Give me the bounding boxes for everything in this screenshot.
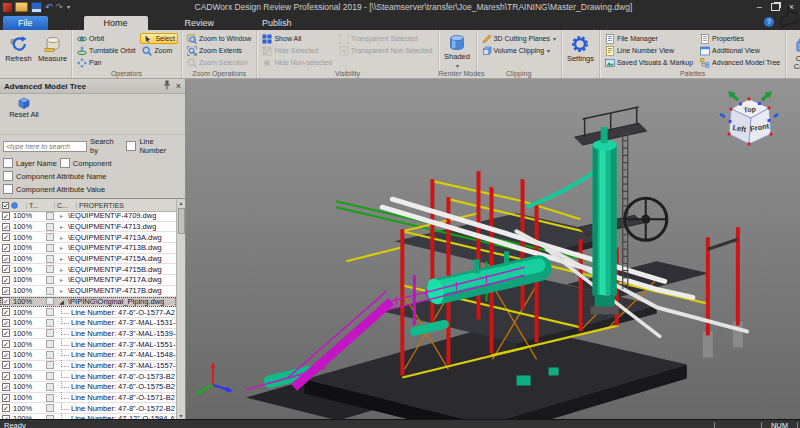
help-icon[interactable]: ? xyxy=(764,17,774,27)
scrollbar-thumb[interactable] xyxy=(178,208,185,234)
shaded-dropdown-icon[interactable]: ▾ xyxy=(456,62,459,70)
expand-icon[interactable]: ▸ xyxy=(57,223,66,230)
row-color-box[interactable] xyxy=(46,340,54,348)
column-color[interactable]: C... xyxy=(54,202,76,209)
row-visibility-checkbox[interactable]: ✓ xyxy=(2,223,10,231)
tab-review[interactable]: Review xyxy=(172,16,228,30)
properties-button[interactable]: Properties xyxy=(698,33,782,44)
row-visibility-checkbox[interactable]: ✓ xyxy=(2,276,10,284)
check-all-icon[interactable] xyxy=(2,202,9,209)
expand-icon[interactable]: ▸ xyxy=(57,276,66,283)
column-properties[interactable]: PROPERTIES xyxy=(76,202,175,209)
row-color-box[interactable] xyxy=(46,361,54,369)
zoom-extents-button[interactable]: Zoom Extents xyxy=(185,45,254,56)
file-manager-button[interactable]: File Manager xyxy=(603,33,695,44)
tree-row[interactable]: ✓100%▸\EQUIPMENT\P-4717A.dwg xyxy=(0,275,176,286)
tab-home[interactable]: Home xyxy=(84,16,148,30)
select-button[interactable]: Select xyxy=(140,33,177,44)
zoom-to-window-button[interactable]: Zoom to Window xyxy=(185,33,254,44)
refresh-button[interactable]: Refresh xyxy=(3,32,34,76)
viewport-3d[interactable]: Top Left Front xyxy=(186,79,800,419)
tree-row[interactable]: ✓100%Line Number: 47-3"-MAL-1539-B3 xyxy=(0,329,176,340)
row-color-box[interactable] xyxy=(46,372,54,380)
volume-clipping-dropdown-icon[interactable]: ▾ xyxy=(547,47,550,54)
expand-icon[interactable]: ▸ xyxy=(57,234,66,241)
row-color-box[interactable] xyxy=(46,287,54,295)
tree-row[interactable]: ✓100%Line Number: 47-6"-O-1575-B2 xyxy=(0,382,176,393)
row-color-box[interactable] xyxy=(46,276,54,284)
row-visibility-checkbox[interactable]: ✓ xyxy=(2,265,10,273)
component-attribute-name-checkbox[interactable] xyxy=(3,171,13,181)
row-visibility-checkbox[interactable]: ✓ xyxy=(2,287,10,295)
expand-icon[interactable]: ▸ xyxy=(57,255,66,262)
tree-row[interactable]: ✓100%Line Number: 47-3"-MAL-1557-B3 xyxy=(0,361,176,372)
row-color-box[interactable] xyxy=(46,308,54,316)
shaded-button[interactable]: Shaded ▾ xyxy=(442,32,473,68)
tree-scrollbar[interactable]: ▴ ▾ xyxy=(176,199,185,419)
row-visibility-checkbox[interactable]: ✓ xyxy=(2,244,10,252)
layer-name-checkbox[interactable] xyxy=(3,158,13,168)
row-color-box[interactable] xyxy=(46,255,54,263)
row-visibility-checkbox[interactable]: ✓ xyxy=(2,212,10,220)
tree-row[interactable]: ✓100%▸\EQUIPMENT\P-4713B.dwg xyxy=(0,243,176,254)
line-number-view-button[interactable]: Line Number View xyxy=(603,45,695,56)
row-color-box[interactable] xyxy=(46,394,54,402)
tree-row[interactable]: ✓100%Line Number: 47-4"-MAL-1548-A3 xyxy=(0,350,176,361)
tree-row[interactable]: ✓100%▸\EQUIPMENT\P-4715B.dwg xyxy=(0,264,176,275)
scroll-down-icon[interactable]: ▾ xyxy=(179,412,182,419)
show-all-button[interactable]: Show All xyxy=(260,33,334,44)
tree-row[interactable]: ✓100%Line Number: 47-3"-MAL-1551-B3 xyxy=(0,339,176,350)
tab-publish[interactable]: Publish xyxy=(249,16,305,30)
tree-row[interactable]: ✓100%Line Number: 47-8"-O-1572-B2 xyxy=(0,403,176,414)
tree-row[interactable]: ✓100%Line Number: 47-8"-O-1571-B2 xyxy=(0,393,176,404)
component-checkbox[interactable] xyxy=(60,158,70,168)
row-visibility-checkbox[interactable]: ✓ xyxy=(2,319,10,327)
line-number-checkbox[interactable] xyxy=(126,141,136,151)
collapse-icon[interactable]: ◢ xyxy=(57,298,66,305)
tree-row[interactable]: ✓100%Line Number: 47-3"-MAL-1531-B3 xyxy=(0,318,176,329)
volume-clipping-button[interactable]: Volume Clipping ▾ xyxy=(480,45,558,56)
saved-visuals-button[interactable]: Saved Visuals & Markup xyxy=(603,57,695,68)
plant-3d-model[interactable] xyxy=(186,79,800,419)
row-color-box[interactable] xyxy=(46,297,54,305)
component-attribute-value-checkbox[interactable] xyxy=(3,184,13,194)
row-color-box[interactable] xyxy=(46,244,54,252)
row-visibility-checkbox[interactable]: ✓ xyxy=(2,404,10,412)
tree-row[interactable]: ✓100%▸\EQUIPMENT\P-4713A.dwg xyxy=(0,232,176,243)
row-visibility-checkbox[interactable]: ✓ xyxy=(2,415,10,419)
expand-icon[interactable]: ▸ xyxy=(57,244,66,251)
cutting-planes-button[interactable]: 3D Cutting Planes ▾ xyxy=(480,33,558,44)
nav-cube[interactable]: Top Left Front xyxy=(718,87,780,151)
expand-icon[interactable]: ▸ xyxy=(57,266,66,273)
row-visibility-checkbox[interactable]: ✓ xyxy=(2,340,10,348)
tree-row[interactable]: ✓100%▸\EQUIPMENT\F-4713.dwg xyxy=(0,222,176,233)
additional-view-button[interactable]: Additional View xyxy=(698,45,782,56)
open-folder-icon[interactable] xyxy=(15,2,28,12)
tree-row[interactable]: ✓100%Line Number: 47-12"-O-1594-A2 xyxy=(0,414,176,419)
expand-icon[interactable]: ▸ xyxy=(57,212,66,219)
row-color-box[interactable] xyxy=(46,329,54,337)
row-color-box[interactable] xyxy=(46,415,54,419)
row-color-box[interactable] xyxy=(46,212,54,220)
measure-button[interactable]: Measure xyxy=(37,32,68,76)
row-visibility-checkbox[interactable]: ✓ xyxy=(2,351,10,359)
search-input[interactable] xyxy=(3,141,87,152)
row-visibility-checkbox[interactable]: ✓ xyxy=(2,329,10,337)
turntable-orbit-button[interactable]: Turntable Orbit xyxy=(75,45,137,56)
cutting-planes-dropdown-icon[interactable]: ▾ xyxy=(553,35,556,42)
undo-icon[interactable]: ↶ xyxy=(45,3,53,12)
row-visibility-checkbox[interactable]: ✓ xyxy=(2,383,10,391)
reset-all-button[interactable]: Reset All xyxy=(4,96,44,119)
row-color-box[interactable] xyxy=(46,319,54,327)
row-color-box[interactable] xyxy=(46,383,54,391)
tree-row[interactable]: ✓100%Line Number: 47-6"-O-1577-A2 xyxy=(0,307,176,318)
tree-row[interactable]: ✓100%▸\EQUIPMENT\F-4709.dwg xyxy=(0,211,176,222)
settings-button[interactable]: Settings xyxy=(565,32,596,76)
tree-row[interactable]: ✓100%▸\EQUIPMENT\P-4717B.dwg xyxy=(0,286,176,297)
minimize-button[interactable]: – xyxy=(757,2,762,12)
row-visibility-checkbox[interactable]: ✓ xyxy=(2,372,10,380)
save-icon[interactable] xyxy=(31,2,42,13)
tree-row[interactable]: ✓100%◢\PIPING\Original_Piping.dwg xyxy=(0,297,176,308)
advanced-model-tree-button[interactable]: Advanced Model Tree xyxy=(698,57,782,68)
row-visibility-checkbox[interactable]: ✓ xyxy=(2,233,10,241)
